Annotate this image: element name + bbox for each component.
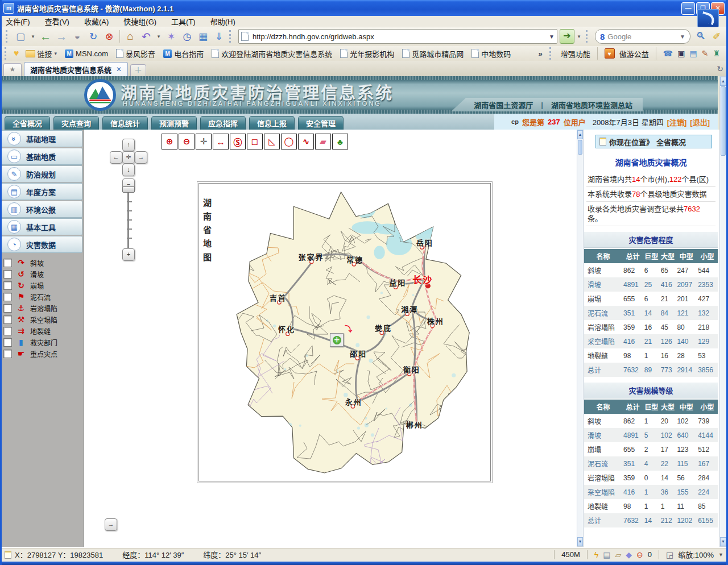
select-polygon-button[interactable]: ◺	[264, 134, 280, 149]
zoom-in-slider-button[interactable]: +	[122, 248, 135, 261]
refresh-icon[interactable]: ↻	[85, 28, 101, 44]
select-circle-button[interactable]: ◯	[281, 134, 297, 149]
scroll-up-icon[interactable]: ▲	[720, 77, 726, 86]
link-item[interactable]: 觅路城市精品网	[402, 48, 464, 59]
menu-item[interactable]: 查看(V)	[45, 16, 69, 27]
scroll-down-icon[interactable]: ▼	[577, 537, 583, 546]
layer-checkbox[interactable]	[3, 350, 12, 358]
scroll-thumb[interactable]	[721, 86, 726, 156]
resize-icon[interactable]: ◲	[666, 550, 673, 559]
menu-item[interactable]: 帮助(H)	[210, 16, 235, 27]
url-input[interactable]	[251, 32, 549, 41]
new-tab-button[interactable]: ＋	[130, 64, 146, 76]
map-canvas[interactable]: 湖南省地图 张家界常德岳阳益阳长沙吉首湘潭株州怀化娄底邵阳衡阳永州郴州 ＋ ⤵	[198, 183, 491, 481]
toolbar-grip[interactable]	[586, 30, 590, 43]
pan-left-button[interactable]: ←	[110, 151, 122, 164]
link-item[interactable]: 中地数码	[471, 48, 511, 59]
link-item[interactable]: 欢迎登陆湖南省地质灾害信息系统	[212, 48, 332, 59]
panel-scrollbar[interactable]: ▲ ▼	[577, 130, 584, 547]
eraser-button[interactable]: ▰	[315, 134, 331, 149]
address-dropdown-icon[interactable]: ▼	[549, 34, 555, 40]
search-dropdown-icon[interactable]: ▼	[680, 34, 685, 40]
pan-down-button[interactable]: ↓	[122, 164, 135, 176]
layer-checkbox[interactable]	[3, 281, 12, 290]
home-icon[interactable]: ⌂	[122, 28, 138, 44]
tab-active[interactable]: 湖南省地质灾害信息系统 ✕	[24, 62, 128, 76]
gps-marker-button[interactable]: ＋	[330, 333, 344, 347]
link-item[interactable]: M电台指南	[163, 48, 204, 59]
toolbar-grip[interactable]	[549, 47, 554, 60]
tab-star-button[interactable]: ★	[3, 63, 22, 76]
window-icon[interactable]: ▣	[677, 49, 685, 58]
menu-item[interactable]: 收藏(A)	[84, 16, 109, 27]
new-page-icon[interactable]: ▢	[13, 28, 28, 44]
nav-tab-安全管理[interactable]: 安全管理	[298, 116, 344, 130]
nav-tab-信息统计[interactable]: 信息统计	[102, 116, 148, 130]
gem-icon[interactable]: ◆	[626, 550, 632, 559]
proxy-icon[interactable]: ▤	[603, 550, 610, 559]
pan-button[interactable]: ✛	[196, 134, 212, 149]
scroll-up-icon[interactable]: ▲	[577, 130, 583, 139]
layer-checkbox[interactable]	[3, 293, 12, 301]
back-icon[interactable]: ←	[38, 28, 53, 44]
minimize-button[interactable]: —	[681, 2, 695, 15]
window-panel-icon[interactable]: ▦	[195, 28, 211, 44]
toolbar-grip[interactable]	[6, 30, 10, 43]
notes-icon[interactable]: ▤	[689, 49, 697, 58]
nav-tab-全省概况[interactable]: 全省概况	[5, 116, 50, 130]
pens-icon[interactable]: ✎	[702, 49, 709, 58]
history-clock-icon[interactable]: ◷	[179, 28, 195, 44]
undo-dropdown-icon[interactable]: ▾	[154, 28, 163, 44]
go-dropdown-icon[interactable]: ▾	[574, 28, 584, 44]
sidebar-item-基本工具[interactable]: ▦基本工具	[1, 218, 82, 235]
dept-link-geo-monitor[interactable]: 湖南省地质环境监测总站	[551, 99, 632, 110]
layer-checkbox[interactable]	[3, 338, 12, 347]
new-page-dropdown-icon[interactable]: ▾	[28, 28, 38, 44]
nav-tab-灾点查询[interactable]: 灾点查询	[53, 116, 99, 130]
links-folder[interactable]: 链接 ▾	[26, 48, 57, 59]
pan-right-button[interactable]: →	[135, 151, 147, 164]
menu-item[interactable]: 工具(T)	[171, 16, 196, 27]
pan-center-button[interactable]: ✛	[122, 151, 135, 164]
scale-button[interactable]: Ⓢ	[230, 134, 246, 149]
messenger-icon[interactable]: ☎	[663, 49, 673, 58]
undo-icon[interactable]: ↶	[138, 28, 154, 44]
dept-link-land-resources[interactable]: 湖南省国土资源厅	[474, 99, 533, 110]
link-item[interactable]: 光年摄影机构	[340, 48, 394, 59]
nav-tab-预测预警[interactable]: 预测预警	[151, 116, 197, 130]
layer-checkbox[interactable]	[3, 259, 12, 267]
highlight-icon[interactable]: ✐	[709, 28, 725, 44]
menu-item[interactable]: 快捷组(G)	[123, 16, 156, 27]
toolbar-grip[interactable]	[5, 47, 9, 60]
sidebar-item-环境公报[interactable]: ▥环境公报	[1, 201, 82, 218]
boost-icon[interactable]: ϟ	[594, 550, 598, 559]
layer-checkbox[interactable]	[3, 270, 12, 279]
expand-right-button[interactable]: →	[105, 518, 117, 531]
sidebar-item-灾害数据[interactable]: ◔灾害数据	[1, 236, 82, 253]
popup-blocker-icon[interactable]: ⊖	[636, 550, 643, 559]
download-icon[interactable]: ⇓	[211, 28, 227, 44]
favorites-heart-icon[interactable]: ♥	[14, 48, 19, 59]
measure-distance-button[interactable]: ↔	[213, 134, 229, 149]
tab-list-icon[interactable]: ↻	[717, 64, 723, 73]
address-bar[interactable]: ▼	[238, 29, 557, 44]
nav-tab-信息上报[interactable]: 信息上报	[249, 116, 295, 130]
layer-checkbox[interactable]	[3, 304, 12, 313]
sidebar-item-防治规划[interactable]: ✎防治规划	[1, 165, 82, 182]
layer-checkbox[interactable]	[3, 315, 12, 324]
draw-point-button[interactable]: ∿	[298, 134, 314, 149]
new-window-icon[interactable]: ▱	[615, 550, 621, 559]
link-item[interactable]: 暴风影音	[116, 48, 155, 59]
enhance-features-link[interactable]: 增强功能	[561, 48, 590, 59]
forward-icon[interactable]: →	[53, 28, 69, 44]
scroll-thumb[interactable]	[578, 140, 582, 155]
select-rectangle-button[interactable]: ◻	[247, 134, 263, 149]
sidebar-item-年度方案[interactable]: ▤年度方案	[1, 183, 82, 200]
stop-icon[interactable]: ⊗	[101, 28, 117, 44]
full-extent-button[interactable]: ♣	[332, 134, 348, 149]
scroll-down-icon[interactable]: ▼	[720, 537, 726, 546]
logout-link[interactable]: [注销]	[667, 117, 687, 127]
magic-wand-icon[interactable]: ✶	[163, 28, 179, 44]
zoom-out-button[interactable]: ⊖	[179, 134, 195, 149]
exit-link[interactable]: [退出]	[690, 117, 710, 127]
